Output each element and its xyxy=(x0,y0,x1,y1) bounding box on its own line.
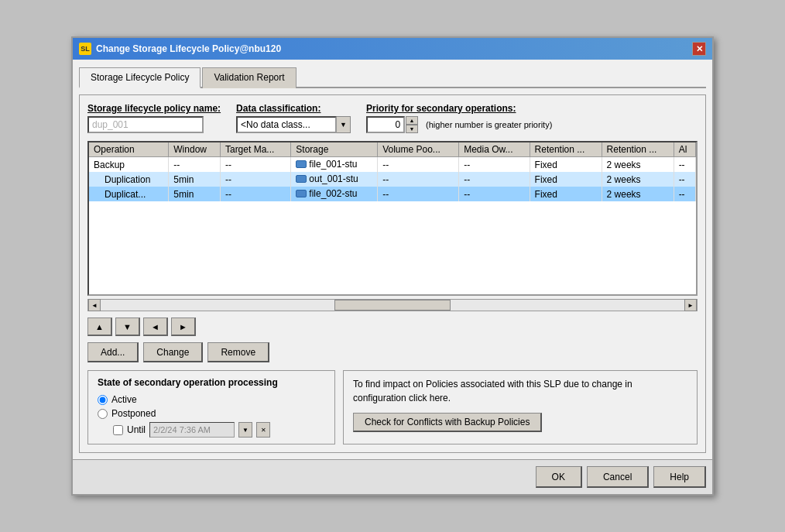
col-window: Window xyxy=(169,142,221,157)
cell-retention1: Fixed xyxy=(530,157,602,173)
radio-active-input[interactable] xyxy=(98,395,108,405)
action-buttons: Add... Change Remove xyxy=(87,342,698,362)
cell-retention1: Fixed xyxy=(530,172,602,187)
priority-group: Priority for secondary operations: ▲ ▼ (… xyxy=(366,103,552,133)
cell-al: -- xyxy=(674,157,695,173)
radio-group: Active Postponed xyxy=(98,394,325,419)
cell-volume-pool: -- xyxy=(378,172,459,187)
col-storage: Storage xyxy=(291,142,378,157)
cell-volume-pool: -- xyxy=(378,187,459,201)
remove-button[interactable]: Remove xyxy=(207,342,269,362)
cell-operation: Duplication xyxy=(89,172,169,187)
priority-input[interactable] xyxy=(366,116,405,133)
tab-bar: Storage Lifecycle Policy Validation Repo… xyxy=(79,66,706,88)
form-row: Storage lifecycle policy name: Data clas… xyxy=(87,103,698,133)
bottom-section: State of secondary operation processing … xyxy=(87,370,698,444)
spinner-up-button[interactable]: ▲ xyxy=(406,116,418,125)
impact-panel: To find impact on Policies associated wi… xyxy=(343,370,698,444)
scroll-left-button[interactable]: ◄ xyxy=(88,299,101,311)
storage-icon xyxy=(296,175,307,183)
radio-postponed[interactable]: Postponed xyxy=(98,408,325,419)
title-bar: SL Change Storage Lifecycle Policy@nbu12… xyxy=(73,38,712,60)
policy-name-input[interactable] xyxy=(87,116,204,133)
table-row[interactable]: Duplication 5min -- out_001-stu -- -- Fi… xyxy=(89,172,696,187)
scroll-track[interactable] xyxy=(101,300,684,311)
cell-target: -- xyxy=(220,187,290,201)
help-button[interactable]: Help xyxy=(653,466,706,488)
state-panel: State of secondary operation processing … xyxy=(87,370,335,444)
nav-up-button[interactable]: ▲ xyxy=(87,317,112,336)
cell-operation: Duplicat... xyxy=(89,187,169,201)
data-class-group: Data classification: ▼ xyxy=(236,103,351,133)
scroll-right-button[interactable]: ► xyxy=(684,299,697,311)
cell-operation: Backup xyxy=(89,157,169,173)
cell-retention2: 2 weeks xyxy=(602,172,674,187)
check-conflicts-button[interactable]: Check for Conflicts with Backup Policies xyxy=(353,413,542,432)
nav-left-button[interactable]: ◄ xyxy=(143,317,168,336)
until-clear-button[interactable]: ✕ xyxy=(256,422,270,438)
close-button[interactable]: ✕ xyxy=(692,42,706,56)
col-volume-pool: Volume Poo... xyxy=(378,142,459,157)
data-class-dropdown-container: ▼ xyxy=(236,116,351,133)
data-class-arrow[interactable]: ▼ xyxy=(337,116,351,133)
cell-storage: file_001-stu xyxy=(291,157,378,173)
until-calendar-button[interactable]: ▼ xyxy=(238,422,252,438)
radio-active[interactable]: Active xyxy=(98,394,325,405)
app-icon: SL xyxy=(79,43,91,55)
col-retention1: Retention ... xyxy=(530,142,602,157)
tab-validation[interactable]: Validation Report xyxy=(202,67,296,88)
storage-icon xyxy=(296,190,307,197)
cell-media-owner: -- xyxy=(459,187,530,201)
priority-spinner: ▲ ▼ xyxy=(366,116,418,133)
horizontal-scrollbar[interactable]: ◄ ► xyxy=(87,299,698,311)
cell-storage: out_001-stu xyxy=(291,172,378,187)
cell-volume-pool: -- xyxy=(378,157,459,173)
cell-media-owner: -- xyxy=(459,172,530,187)
data-class-input[interactable] xyxy=(236,116,337,133)
table-row[interactable]: Backup -- -- file_001-stu -- -- Fixed 2 … xyxy=(89,157,696,173)
priority-hint: (higher number is greater priority) xyxy=(426,120,552,129)
title-bar-left: SL Change Storage Lifecycle Policy@nbu12… xyxy=(79,43,281,55)
cell-window: 5min xyxy=(169,187,221,201)
spinner-down-button[interactable]: ▼ xyxy=(406,125,418,133)
cell-window: 5min xyxy=(169,172,221,187)
until-label: Until xyxy=(127,424,146,435)
cell-al: -- xyxy=(674,172,695,187)
table-row[interactable]: Duplicat... 5min -- file_002-stu -- -- F… xyxy=(89,187,696,201)
cell-retention1: Fixed xyxy=(530,187,602,201)
scroll-thumb[interactable] xyxy=(334,300,451,311)
radio-postponed-label: Postponed xyxy=(111,408,156,419)
impact-text: To find impact on Policies associated wi… xyxy=(353,377,687,405)
radio-postponed-input[interactable] xyxy=(98,409,108,419)
nav-down-button[interactable]: ▼ xyxy=(115,317,140,336)
cell-target: -- xyxy=(220,157,290,173)
radio-active-label: Active xyxy=(111,394,137,405)
add-button[interactable]: Add... xyxy=(87,342,139,362)
col-target: Target Ma... xyxy=(220,142,290,157)
dialog-body: Storage Lifecycle Policy Validation Repo… xyxy=(73,60,712,459)
until-checkbox[interactable] xyxy=(113,425,123,435)
policy-name-group: Storage lifecycle policy name: xyxy=(87,103,221,133)
nav-right-button[interactable]: ► xyxy=(171,317,196,336)
col-retention2: Retention ... xyxy=(602,142,674,157)
cell-al: -- xyxy=(674,187,695,201)
data-class-label: Data classification: xyxy=(236,103,351,114)
dialog-title: Change Storage Lifecycle Policy@nbu120 xyxy=(96,43,281,54)
col-operation: Operation xyxy=(89,142,169,157)
dialog-footer: OK Cancel Help xyxy=(73,459,712,494)
cancel-button[interactable]: Cancel xyxy=(587,466,649,488)
cell-media-owner: -- xyxy=(459,157,530,173)
until-input[interactable] xyxy=(149,422,235,438)
tab-slp[interactable]: Storage Lifecycle Policy xyxy=(79,67,201,88)
dialog-window: SL Change Storage Lifecycle Policy@nbu12… xyxy=(71,36,714,496)
cell-target: -- xyxy=(220,172,290,187)
cell-storage: file_002-stu xyxy=(291,187,378,201)
change-button[interactable]: Change xyxy=(143,342,203,362)
main-content: Storage lifecycle policy name: Data clas… xyxy=(79,94,706,453)
operations-table-container: Operation Window Target Ma... Storage Vo… xyxy=(87,141,698,296)
ok-button[interactable]: OK xyxy=(536,466,582,488)
col-media-owner: Media Ow... xyxy=(459,142,530,157)
state-panel-title: State of secondary operation processing xyxy=(98,377,325,388)
cell-retention2: 2 weeks xyxy=(602,187,674,201)
priority-label: Priority for secondary operations: xyxy=(366,103,552,114)
